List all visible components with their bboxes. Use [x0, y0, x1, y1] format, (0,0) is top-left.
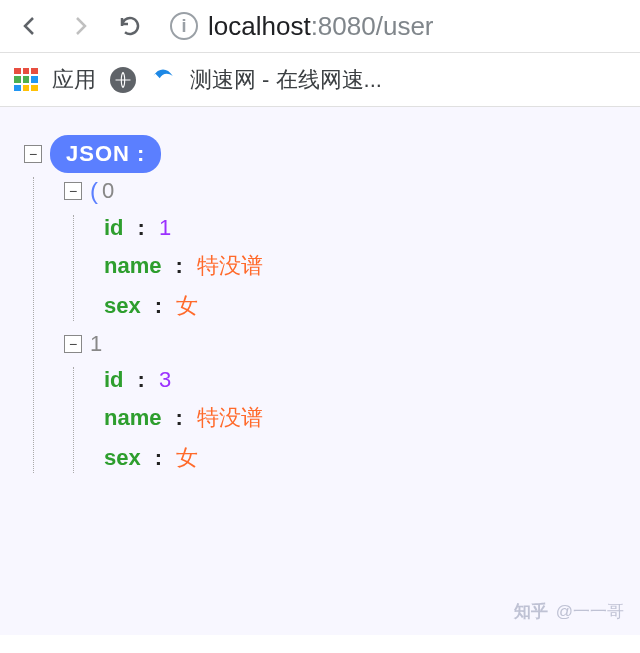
json-array: − ( 0 id: 1 name: 特没谱 sex: 女 − 1 id	[33, 177, 616, 473]
back-icon[interactable]	[14, 10, 46, 42]
object-1: id: 3 name: 特没谱 sex: 女	[73, 367, 616, 473]
array-index: 1	[90, 331, 102, 357]
url-path: /user	[376, 11, 434, 41]
collapse-icon[interactable]: −	[64, 335, 82, 353]
collapse-icon[interactable]: −	[64, 182, 82, 200]
prop-row: sex: 女	[104, 291, 616, 321]
bookmarks-bar: 应用 测速网 - 在线网速...	[0, 53, 640, 107]
zhihu-logo-icon: 知乎	[514, 600, 548, 623]
prop-value: 特没谱	[197, 403, 263, 433]
prop-value: 女	[176, 291, 198, 321]
prop-key: sex	[104, 293, 141, 319]
collapse-icon[interactable]: −	[24, 145, 42, 163]
prop-row: id: 3	[104, 367, 616, 393]
prop-row: sex: 女	[104, 443, 616, 473]
speed-icon[interactable]	[150, 63, 176, 96]
brace-icon: (	[90, 177, 98, 205]
url-port: :8080	[311, 11, 376, 41]
prop-row: name: 特没谱	[104, 403, 616, 433]
globe-icon[interactable]	[110, 67, 136, 93]
prop-value: 女	[176, 443, 198, 473]
prop-value: 1	[159, 215, 171, 241]
prop-value: 3	[159, 367, 171, 393]
reload-icon[interactable]	[114, 10, 146, 42]
json-viewer: − JSON : − ( 0 id: 1 name: 特没谱 sex: 女	[0, 107, 640, 635]
address-bar[interactable]: i localhost:8080/user	[170, 11, 434, 42]
prop-key: name	[104, 405, 161, 431]
array-item-0: − ( 0	[64, 177, 616, 205]
apps-label[interactable]: 应用	[52, 65, 96, 95]
json-badge: JSON :	[50, 135, 161, 173]
apps-icon[interactable]	[14, 68, 38, 92]
url-host: localhost	[208, 11, 311, 41]
bookmark-speed-label[interactable]: 测速网 - 在线网速...	[190, 65, 382, 95]
array-index: 0	[102, 178, 114, 204]
prop-row: id: 1	[104, 215, 616, 241]
prop-row: name: 特没谱	[104, 251, 616, 281]
prop-key: id	[104, 215, 124, 241]
site-info-icon[interactable]: i	[170, 12, 198, 40]
prop-key: sex	[104, 445, 141, 471]
watermark: 知乎 @一一哥	[514, 600, 624, 623]
array-item-1: − 1	[64, 331, 616, 357]
object-0: id: 1 name: 特没谱 sex: 女	[73, 215, 616, 321]
forward-icon	[64, 10, 96, 42]
prop-key: name	[104, 253, 161, 279]
prop-key: id	[104, 367, 124, 393]
json-root-row: − JSON :	[24, 135, 616, 173]
browser-toolbar: i localhost:8080/user	[0, 0, 640, 53]
watermark-text: @一一哥	[556, 600, 624, 623]
prop-value: 特没谱	[197, 251, 263, 281]
